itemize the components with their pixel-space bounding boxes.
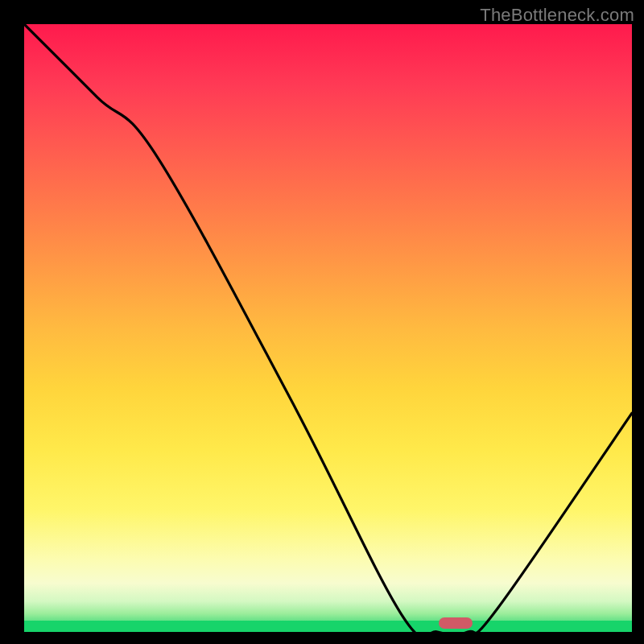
bottleneck-curve	[24, 24, 632, 632]
plot-area	[24, 24, 632, 632]
watermark-text: TheBottleneck.com	[480, 5, 634, 26]
optimal-marker	[439, 617, 473, 629]
chart-frame: TheBottleneck.com	[0, 0, 644, 644]
